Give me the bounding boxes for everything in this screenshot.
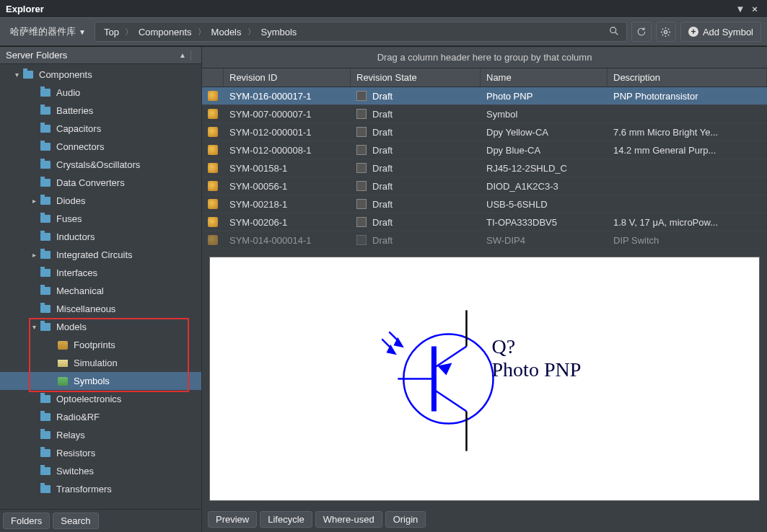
tree-expander-icon[interactable]: ▸ <box>29 251 39 259</box>
tree-item-label: Batteries <box>56 105 93 116</box>
tree-item-label: Integrated Circuits <box>56 249 133 260</box>
state-box-icon <box>356 217 367 227</box>
breadcrumb-bar: Top 〉 Components 〉 Models 〉 Symbols <box>95 22 627 42</box>
folder-icon <box>39 213 52 225</box>
tree-item-optoelectronics[interactable]: Optoelectronics <box>0 390 201 408</box>
tree-item-switches[interactable]: Switches <box>0 462 201 480</box>
state-box-icon <box>356 91 367 101</box>
svg-marker-14 <box>395 339 402 346</box>
tree-item-components[interactable]: ▾Components <box>0 66 201 84</box>
tree-item-connectors[interactable]: Connectors <box>0 138 201 156</box>
tree-item-data-converters[interactable]: Data Converters <box>0 174 201 192</box>
tree-item-label: Symbols <box>74 376 110 386</box>
close-icon[interactable]: × <box>748 2 761 15</box>
table-row[interactable]: SYM-012-000008-1DraftDpy Blue-CA14.2 mm … <box>202 141 767 159</box>
tree-item-integrated-circuits[interactable]: ▸Integrated Circuits <box>0 246 201 264</box>
table-row[interactable]: SYM-007-000007-1DraftSymbol <box>202 105 767 123</box>
cell-revision-id: SYM-007-000007-1 <box>224 109 351 120</box>
tree-item-audio[interactable]: Audio <box>0 84 201 102</box>
table-row[interactable]: SYM-016-000017-1DraftPhoto PNPPNP Photot… <box>202 87 767 105</box>
breadcrumb-crumb[interactable]: Components <box>133 27 198 37</box>
folder-icon <box>39 141 52 153</box>
tree-item-footprints[interactable]: Footprints <box>0 336 201 354</box>
folder-icon <box>39 195 52 207</box>
column-revision-state[interactable]: Revision State <box>351 68 481 87</box>
cell-name: Dpy Yellow-CA <box>481 127 608 138</box>
group-by-hint[interactable]: Drag a column header here to group by th… <box>202 47 767 68</box>
chevron-right-icon: 〉 <box>125 27 133 37</box>
tree-expander-icon[interactable]: ▸ <box>29 197 39 205</box>
table-row[interactable]: SYM-012-000001-1DraftDpy Yellow-CA7.6 mm… <box>202 123 767 141</box>
table-header: Revision ID Revision State Name Descript… <box>202 68 767 87</box>
column-revision-id[interactable]: Revision ID <box>224 68 351 87</box>
cell-name: Photo PNP <box>481 91 608 102</box>
refresh-button[interactable] <box>631 22 652 42</box>
tree-item-simulation[interactable]: Simulation <box>0 354 201 372</box>
tree-expander-icon[interactable]: ▾ <box>29 323 39 331</box>
tree-item-inductors[interactable]: Inductors <box>0 228 201 246</box>
tree-item-diodes[interactable]: ▸Diodes <box>0 192 201 210</box>
tree-item-relays[interactable]: Relays <box>0 426 201 444</box>
symbol-icon <box>208 163 218 173</box>
dropdown-icon[interactable]: ▼ <box>734 2 747 15</box>
tab-folders[interactable]: Folders <box>3 513 50 529</box>
cell-name: USB-5-6SHLD <box>481 199 608 210</box>
breadcrumb-crumb[interactable]: Models <box>206 27 247 37</box>
cell-revision-state: Draft <box>351 199 481 210</box>
cell-revision-id: SYM-012-000008-1 <box>224 145 351 156</box>
cell-description: 1.8 V, 17 μA, microPow... <box>608 217 767 228</box>
breadcrumb-crumb[interactable]: Symbols <box>255 27 303 37</box>
tree-item-capacitors[interactable]: Capacitors <box>0 120 201 138</box>
tree-item-symbols[interactable]: Symbols <box>0 372 201 390</box>
folder-icon <box>39 123 52 135</box>
table-row[interactable]: SYM-00218-1DraftUSB-5-6SHLD <box>202 195 767 213</box>
tree-item-miscellaneous[interactable]: Miscellaneous <box>0 300 201 318</box>
tree-item-label: Simulation <box>74 358 118 368</box>
vault-selector[interactable]: 哈萨维的器件库 ▼ <box>6 22 90 41</box>
tree-item-transformers[interactable]: Transformers <box>0 480 201 498</box>
tree-item-label: Optoelectronics <box>56 394 121 404</box>
sidebar-header: Server Folders ▲ <box>0 47 201 64</box>
comment-text: Photo PNP <box>492 358 582 381</box>
preview-tab-where-used[interactable]: Where-used <box>315 511 382 528</box>
caret-up-icon[interactable]: ▲ <box>179 51 186 59</box>
tree-item-batteries[interactable]: Batteries <box>0 102 201 120</box>
tree-item-mechanical[interactable]: Mechanical <box>0 282 201 300</box>
preview-tab-preview[interactable]: Preview <box>208 511 257 528</box>
breadcrumb-crumb[interactable]: Top <box>98 27 125 37</box>
folder-tree[interactable]: ▾ComponentsAudioBatteriesCapacitorsConne… <box>0 64 201 509</box>
tree-item-crystals-oscillators[interactable]: Crystals&Oscillators <box>0 156 201 174</box>
preview-tab-origin[interactable]: Origin <box>385 511 426 528</box>
cell-name: Symbol <box>481 109 608 120</box>
tree-item-radio-rf[interactable]: Radio&RF <box>0 408 201 426</box>
search-icon[interactable] <box>605 26 623 38</box>
symbol-icon <box>208 199 218 209</box>
folder-icon <box>39 159 52 171</box>
tree-item-models[interactable]: ▾Models <box>0 318 201 336</box>
folder-icon <box>39 303 52 315</box>
tree-item-label: Radio&RF <box>56 412 100 422</box>
sidebar-tabs: Folders Search <box>0 509 201 532</box>
cell-description: DIP Switch <box>608 235 767 246</box>
tree-item-fuses[interactable]: Fuses <box>0 210 201 228</box>
add-symbol-button[interactable]: + Add Symbol <box>680 22 761 42</box>
tree-item-label: Footprints <box>74 340 115 350</box>
plus-icon: + <box>688 27 698 37</box>
preview-tab-lifecycle[interactable]: Lifecycle <box>260 511 312 528</box>
folder-icon <box>39 430 52 441</box>
table-row[interactable]: SYM-00056-1DraftDIOD_A1K2C3-3 <box>202 177 767 195</box>
tree-item-resistors[interactable]: Resistors <box>0 444 201 462</box>
tree-item-label: Mechanical <box>56 285 104 296</box>
cell-revision-id: SYM-00056-1 <box>224 181 351 192</box>
tab-search[interactable]: Search <box>53 513 98 529</box>
table-row[interactable]: SYM-014-000014-1DraftSW-DIP4DIP Switch <box>202 231 767 249</box>
svg-line-1 <box>615 32 618 35</box>
settings-button[interactable] <box>656 22 676 42</box>
tree-expander-icon[interactable]: ▾ <box>12 71 22 79</box>
tree-item-interfaces[interactable]: Interfaces <box>0 264 201 282</box>
table-row[interactable]: SYM-00158-1DraftRJ45-12-2SHLD_C <box>202 159 767 177</box>
column-description[interactable]: Description <box>608 68 767 87</box>
column-name[interactable]: Name <box>481 68 608 87</box>
cell-revision-id: SYM-00218-1 <box>224 199 351 210</box>
table-row[interactable]: SYM-00206-1DraftTI-OPA333DBV51.8 V, 17 μ… <box>202 213 767 231</box>
